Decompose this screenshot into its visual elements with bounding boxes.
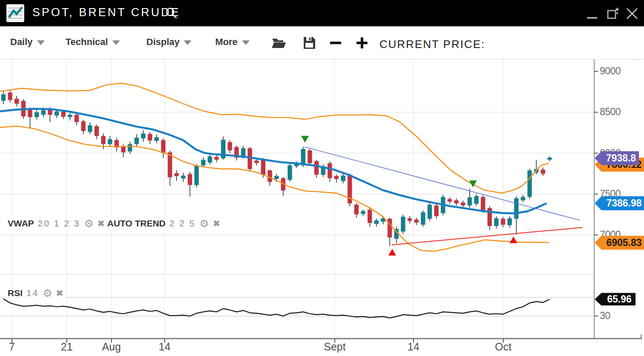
search-icon[interactable] (165, 7, 178, 20)
price-tag: 7938.8 (595, 151, 639, 165)
chevron-down-icon (112, 40, 120, 45)
open-folder-icon[interactable] (271, 35, 287, 51)
technical-menu-label: Technical (66, 37, 108, 48)
rsi-params: 14 (26, 288, 39, 298)
price-tag: 6905.83 (595, 236, 644, 250)
x-axis-label: 14 (148, 341, 182, 353)
minimize-button[interactable] (584, 5, 601, 22)
signal-marker-up (510, 237, 517, 243)
close-icon[interactable]: ✖ (213, 218, 220, 229)
chevron-down-icon (184, 40, 191, 45)
legend-vwap: VWAP 20 1 2 3 ⚙ ✖ (5, 217, 107, 230)
legend-rsi: RSI 14 ⚙ ✖ (5, 287, 66, 299)
close-icon[interactable]: ✖ (97, 218, 105, 229)
chevron-down-icon (37, 40, 45, 45)
bollinger-lower-line (0, 126, 549, 251)
legend-auto-trend: AUTO TREND 2 2 5 ⚙ ✖ (105, 217, 222, 230)
signal-marker-up (388, 249, 396, 255)
price-tag: 7386.98 (595, 196, 644, 210)
technical-menu[interactable]: Technical (66, 37, 120, 48)
instrument-title: SPOT, BRENT CRUDE (32, 6, 180, 19)
popout-icon[interactable] (604, 5, 621, 22)
zoom-in-icon[interactable] (354, 35, 370, 51)
title-bar: SPOT, BRENT CRUDE (0, 0, 644, 26)
zoom-out-icon[interactable] (328, 35, 344, 51)
app-logo-icon (6, 4, 25, 23)
gear-icon[interactable]: ⚙ (43, 288, 52, 298)
more-menu-label: More (215, 37, 238, 48)
timeframe-menu[interactable]: Daily (10, 37, 45, 48)
rsi-line (3, 299, 550, 318)
more-menu[interactable]: More (215, 37, 250, 48)
y-axis-label: 9000 (600, 65, 621, 77)
signal-marker-down (301, 136, 309, 143)
save-icon[interactable] (301, 35, 317, 51)
gear-icon[interactable]: ⚙ (84, 219, 94, 228)
price-chart-canvas[interactable] (0, 59, 644, 356)
vwap-params: 20 1 2 3 (38, 218, 80, 229)
rsi-value-tag: 65.96 (595, 293, 635, 305)
x-axis-label: 7 (0, 341, 29, 353)
y-axis-label: 8500 (600, 106, 621, 118)
close-icon[interactable] (624, 5, 641, 22)
chevron-down-icon (242, 40, 250, 45)
x-axis-label: 21 (50, 341, 84, 353)
gridlines (0, 59, 594, 339)
timeframe-menu-label: Daily (10, 37, 33, 48)
vwap-label: VWAP (8, 218, 34, 229)
x-axis-label: Aug (94, 341, 128, 353)
auto-trend-label: AUTO TREND (107, 218, 165, 229)
display-menu[interactable]: Display (146, 37, 191, 48)
auto-trend-support (392, 227, 582, 245)
x-axis-label: 14 (396, 341, 430, 353)
x-axis-label: Oct (486, 341, 520, 353)
current-price-label: CURRENT PRICE: (379, 38, 485, 51)
x-axis-label: Sept (318, 341, 352, 353)
gear-icon[interactable]: ⚙ (199, 219, 209, 228)
rsi-label: RSI (8, 288, 23, 298)
rsi-axis-label: 30 (600, 310, 610, 322)
close-icon[interactable]: ✖ (56, 288, 63, 298)
toolbar: Daily Technical Display More CURRENT PRI… (0, 26, 644, 59)
auto-trend-params: 2 2 5 (169, 218, 196, 229)
chart-area[interactable] (0, 59, 644, 356)
display-menu-label: Display (146, 37, 180, 48)
